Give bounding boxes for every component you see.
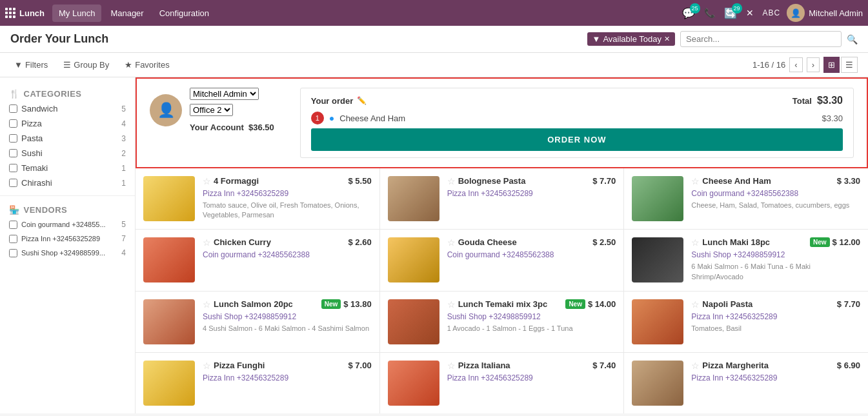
nav-manager[interactable]: Manager: [104, 5, 150, 22]
food-desc: Tomato sauce, Olive oil, Fresh Tomatoes,…: [203, 201, 372, 221]
favorite-star-icon[interactable]: ☆: [447, 299, 456, 310]
pagination-range: 1-16 / 16: [752, 60, 785, 70]
sidebar-item-chirashi[interactable]: Chirashi 1: [0, 175, 135, 190]
sushi-checkbox[interactable]: [9, 149, 17, 157]
food-info: ☆Lunch Temaki mix 3pcNew$ 14.00Sushi Sho…: [447, 299, 616, 344]
food-info: ☆Lunch Maki 18pcNew$ 12.00Sushi Shop +32…: [691, 237, 860, 282]
sidebar-item-pizza-inn[interactable]: Pizza Inn +32456325289 7: [0, 232, 135, 246]
food-card[interactable]: ☆Pizza Margherita$ 6.90Pizza Inn +324563…: [624, 353, 868, 413]
filter-tag-label: Available Today: [603, 34, 661, 44]
nav-my-lunch[interactable]: My Lunch: [52, 5, 101, 22]
food-card[interactable]: ☆Lunch Salmon 20pcNew$ 13.80Sushi Shop +…: [136, 292, 379, 352]
food-card[interactable]: ☆Pizza Funghi$ 7.00Pizza Inn +3245632528…: [136, 353, 379, 413]
favorite-star-icon[interactable]: ☆: [691, 361, 700, 371]
sidebar-item-sushi[interactable]: Sushi 2: [0, 146, 135, 161]
food-vendor: Sushi Shop +32498859912: [691, 250, 860, 259]
food-name: Lunch Temaki mix 3pc: [458, 299, 563, 309]
food-card[interactable]: ☆Chicken Curry$ 2.60Coin gourmand +32485…: [136, 230, 379, 290]
pizza-checkbox[interactable]: [9, 119, 17, 128]
favorite-star-icon[interactable]: ☆: [447, 176, 456, 186]
sidebar-item-temaki[interactable]: Temaki 1: [0, 161, 135, 175]
favorite-star-icon[interactable]: ☆: [447, 237, 456, 248]
food-info: ☆4 Formaggi$ 5.50Pizza Inn +32456325289T…: [203, 176, 372, 221]
filter-tag[interactable]: ▼ Available Today ✕: [587, 32, 675, 46]
food-desc: 4 Sushi Salmon - 6 Maki Salmon - 4 Sashi…: [203, 324, 372, 333]
notifications-badge: 25: [690, 3, 700, 14]
app-logo[interactable]: Lunch: [5, 8, 45, 18]
chirashi-checkbox[interactable]: [9, 179, 17, 187]
food-card[interactable]: ☆Cheese And Ham$ 3.30Coin gourmand +3248…: [624, 168, 868, 229]
food-price: $ 7.40: [592, 361, 616, 370]
food-price: $ 2.50: [592, 237, 616, 247]
favorites-label: Favorites: [135, 60, 169, 70]
favorites-button[interactable]: ★ Favorites: [121, 57, 173, 72]
favorite-star-icon[interactable]: ☆: [203, 176, 211, 186]
food-card[interactable]: ☆Gouda Cheese$ 2.50Coin gourmand +324855…: [380, 230, 624, 290]
nav-configuration[interactable]: Configuration: [153, 5, 216, 22]
user-menu[interactable]: 👤 Mitchell Admin: [787, 4, 863, 22]
favorite-star-icon[interactable]: ☆: [203, 299, 211, 310]
food-image: [632, 176, 683, 221]
star-icon: ★: [125, 60, 132, 70]
food-card[interactable]: ☆Pizza Italiana$ 7.40Pizza Inn +32456325…: [380, 353, 624, 413]
coin-gourmand-checkbox[interactable]: [9, 221, 17, 229]
food-vendor: Sushi Shop +32498859912: [447, 312, 616, 321]
next-page-button[interactable]: ›: [807, 57, 820, 72]
sandwich-checkbox[interactable]: [9, 104, 17, 113]
food-image: [388, 176, 439, 221]
profile-name-select[interactable]: Mitchell Admin: [190, 88, 274, 100]
food-card[interactable]: ☆Bolognese Pasta$ 7.70Pizza Inn +3245632…: [380, 168, 624, 229]
phone-icon[interactable]: 📞: [701, 5, 718, 21]
favorite-star-icon[interactable]: ☆: [447, 361, 456, 371]
food-image: [143, 237, 195, 282]
sidebar-item-pizza[interactable]: Pizza 4: [0, 116, 135, 131]
food-vendor: Pizza Inn +32456325289: [447, 373, 616, 382]
search-input[interactable]: [680, 31, 842, 47]
food-card[interactable]: ☆Napoli Pasta$ 7.70Pizza Inn +3245632528…: [624, 292, 868, 352]
location-select[interactable]: Office 2: [190, 104, 233, 116]
activity-icon[interactable]: 🔄 29: [722, 5, 740, 22]
favorite-star-icon[interactable]: ☆: [691, 176, 700, 186]
search-icon[interactable]: 🔍: [847, 34, 858, 45]
groupby-button[interactable]: ☰ Group By: [59, 57, 113, 72]
user-select[interactable]: Mitchell Admin: [190, 88, 259, 100]
activity-badge: 29: [732, 3, 742, 14]
sidebar-item-coin-gourmand[interactable]: Coin gourmand +324855... 5: [0, 217, 135, 232]
sidebar-item-pasta[interactable]: Pasta 3: [0, 131, 135, 146]
food-card[interactable]: ☆Lunch Maki 18pcNew$ 12.00Sushi Shop +32…: [624, 230, 868, 290]
close-icon[interactable]: ✕: [743, 5, 756, 21]
sushi-shop-checkbox[interactable]: [9, 249, 17, 257]
search-bar: ▼ Available Today ✕ 🔍: [587, 31, 858, 47]
prev-page-button[interactable]: ‹: [789, 57, 802, 72]
notifications-icon[interactable]: 💬 25: [680, 5, 698, 22]
temaki-checkbox[interactable]: [9, 164, 17, 172]
food-name: Pizza Italiana: [458, 361, 590, 370]
pizza-inn-checkbox[interactable]: [9, 235, 17, 243]
food-card[interactable]: ☆4 Formaggi$ 5.50Pizza Inn +32456325289T…: [136, 168, 379, 229]
favorite-star-icon[interactable]: ☆: [691, 237, 700, 248]
favorite-star-icon[interactable]: ☆: [691, 299, 700, 310]
food-card-top: ☆Lunch Salmon 20pcNew$ 13.80: [203, 299, 372, 310]
food-price: $ 13.80: [343, 299, 371, 309]
order-item-name: Cheese And Ham: [339, 114, 816, 123]
sidebar-item-sushi-shop[interactable]: Sushi Shop +324988599... 4: [0, 246, 135, 260]
order-now-button[interactable]: ORDER NOW: [311, 128, 843, 151]
list-view-button[interactable]: ☰: [841, 57, 858, 73]
food-image: [632, 237, 683, 282]
filters-button[interactable]: ▼ Filters: [10, 57, 52, 72]
favorite-star-icon[interactable]: ☆: [203, 237, 211, 248]
grid-view-button[interactable]: ⊞: [823, 57, 840, 73]
pasta-checkbox[interactable]: [9, 134, 17, 143]
food-card[interactable]: ☆Lunch Temaki mix 3pcNew$ 14.00Sushi Sho…: [380, 292, 624, 352]
food-vendor: Sushi Shop +32498859912: [203, 312, 372, 321]
filter-tag-close[interactable]: ✕: [664, 35, 670, 43]
topbar-right: 💬 25 📞 🔄 29 ✕ ABC 👤 Mitchell Admin: [680, 4, 863, 22]
food-desc: 6 Maki Salmon - 6 Maki Tuna - 6 Maki Shr…: [691, 262, 860, 282]
vendors-title: 🏪 VENDORS: [0, 201, 135, 217]
favorite-star-icon[interactable]: ☆: [203, 361, 211, 371]
sidebar-divider: [0, 195, 135, 196]
sidebar-item-sandwich[interactable]: Sandwich 5: [0, 101, 135, 116]
edit-icon[interactable]: ✏️: [357, 96, 367, 105]
food-desc: Cheese, Ham, Salad, Tomatoes, cucumbers,…: [691, 201, 860, 210]
profile-location-select[interactable]: Office 2: [190, 104, 274, 116]
